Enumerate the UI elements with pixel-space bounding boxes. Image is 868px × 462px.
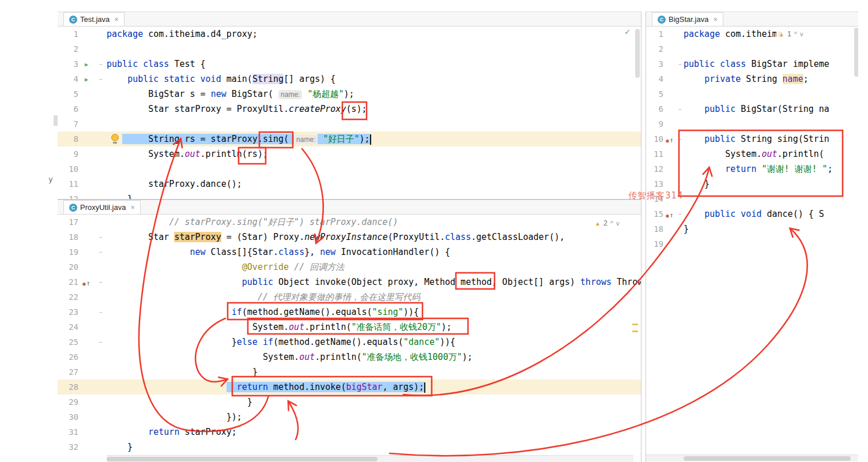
code-token: .println(rs); [201, 149, 268, 159]
code-token [107, 397, 247, 407]
inspections-widget[interactable]: ▲ 2 ^ v [592, 219, 622, 228]
horizontal-scrollbar[interactable] [107, 455, 633, 462]
code-token [107, 307, 232, 317]
code-line[interactable]: public class Test { [107, 57, 641, 72]
next-problem-icon[interactable]: v [616, 220, 620, 227]
fold-marker-icon[interactable]: − [676, 211, 684, 217]
code-line[interactable]: public Object invoke(Object proxy, Metho… [107, 275, 641, 290]
tab-proxyutil-java[interactable]: C ProxyUtil.java × [63, 200, 141, 214]
code-line[interactable]: if(method.getName().equals("sing")){ [107, 305, 641, 320]
code-line[interactable]: Star starProxy = (Star) Proxy.newProxyIn… [107, 230, 641, 245]
line-number: 12 [646, 164, 663, 174]
watermark-text: 传智播客314 [628, 190, 684, 201]
code-line[interactable]: public BigStar(String na [684, 102, 858, 117]
run-icon[interactable]: ▶ [78, 61, 95, 67]
code-area[interactable]: // starProxy.sing("好日子") starProxy.dance… [107, 215, 641, 462]
close-icon[interactable]: × [114, 15, 119, 24]
code-line[interactable]: public String sing(Strin [684, 132, 858, 147]
code-line[interactable]: String rs = starProxy.sing( name: "好日子")… [107, 132, 641, 147]
prev-problem-icon[interactable]: ^ [794, 31, 797, 37]
fold-marker-icon[interactable]: − [95, 309, 107, 315]
horizontal-scrollbar-thumb[interactable] [684, 456, 851, 461]
code-line[interactable] [684, 236, 858, 251]
code-line[interactable]: } [684, 221, 858, 236]
code-line[interactable] [107, 117, 641, 132]
fold-marker-icon[interactable]: − [676, 106, 684, 112]
code-line[interactable]: private String name; [684, 72, 858, 87]
code-line[interactable]: // starProxy.sing("好日子") starProxy.dance… [107, 215, 641, 230]
code-line[interactable]: System.out.println("准备话筒，收钱20万"); [107, 320, 641, 335]
code-line[interactable]: } [107, 365, 641, 380]
overridden-method-icon[interactable]: ●↑ [78, 277, 95, 288]
code-area[interactable]: package com.itheimapublic class BigStar … [684, 27, 858, 462]
horizontal-scrollbar[interactable] [646, 455, 858, 461]
error-stripe-mark[interactable] [632, 324, 638, 325]
code-line[interactable] [684, 42, 858, 57]
code-line[interactable]: System.out.println(rs); [107, 147, 641, 161]
code-line[interactable]: return "谢谢! 谢谢! "; [684, 161, 858, 176]
inspections-widget[interactable]: ▲ 1 ^ v [776, 29, 806, 39]
code-line[interactable]: Star starProxy = ProxyUtil.createProxy(s… [107, 102, 641, 117]
fold-marker-icon[interactable]: − [95, 234, 107, 241]
code-line[interactable]: } [107, 395, 641, 410]
code-line[interactable] [107, 161, 641, 176]
code-line[interactable]: public class BigStar impleme [684, 57, 858, 72]
code-line[interactable]: package com.itheima [684, 27, 858, 42]
text-caret [424, 382, 425, 393]
tab-bigstar-java[interactable]: C BigStar.java × [652, 12, 723, 26]
error-stripe-mark[interactable] [632, 330, 638, 332]
editor-area: 123▶−4▶−56789101112 package com.itheima.… [58, 27, 641, 199]
fold-marker-icon[interactable]: − [95, 61, 107, 67]
code-line[interactable]: }); [107, 410, 641, 425]
fold-marker-icon[interactable]: − [95, 76, 107, 82]
fold-marker-icon[interactable]: − [676, 61, 684, 67]
up-arrow-icon: ↑ [86, 279, 90, 287]
intention-bulb-icon[interactable] [111, 134, 119, 144]
fold-marker-icon[interactable]: − [95, 339, 107, 345]
code-line[interactable]: System.out.println( [684, 147, 858, 161]
code-line[interactable] [684, 191, 858, 206]
gutter-row: 26 [58, 350, 107, 365]
code-line[interactable]: new Class[]{Star.class}, new InvocationH… [107, 245, 641, 260]
inspection-check-icon[interactable]: ✓ [625, 27, 630, 37]
vertical-scrollbar-thumb[interactable] [635, 29, 640, 78]
code-line[interactable] [107, 42, 641, 57]
code-line[interactable]: BigStar s = new BigStar( name: "杨超越"); [107, 87, 641, 102]
code-token: bigStar [346, 382, 382, 392]
code-line[interactable]: return method.invoke(bigStar, args); [107, 380, 641, 395]
fold-marker-icon[interactable]: − [95, 279, 107, 286]
overridden-method-icon[interactable]: ●↑ [663, 209, 676, 220]
code-line[interactable]: } [684, 176, 858, 191]
close-icon[interactable]: × [130, 203, 135, 212]
next-problem-icon[interactable]: v [800, 31, 803, 37]
overridden-method-icon[interactable]: ●↑ [663, 134, 676, 145]
code-line[interactable]: starProxy.dance(); [107, 176, 641, 191]
code-line[interactable]: // 代理对象要做的事情，会在这里写代码 [107, 290, 641, 305]
line-number: 15 [646, 209, 663, 219]
run-icon[interactable]: ▶ [78, 76, 95, 82]
code-line[interactable]: public void dance() { S [684, 206, 858, 221]
close-icon[interactable]: × [713, 15, 718, 24]
code-line[interactable]: public static void main(String[] args) { [107, 72, 641, 87]
horizontal-scrollbar-thumb[interactable] [107, 457, 378, 461]
code-line[interactable]: }else if(method.getName().equals("dance"… [107, 335, 641, 350]
code-line[interactable] [684, 87, 858, 102]
code-line[interactable]: System.out.println("准备场地，收钱1000万"); [107, 350, 641, 365]
code-line[interactable]: } [107, 440, 641, 455]
code-line[interactable]: return starProxy; [107, 425, 641, 440]
code-line[interactable]: } [107, 191, 641, 199]
code-token: String rs = starProxy.sing( [122, 134, 294, 144]
code-area[interactable]: package com.itheima.d4_proxy;public clas… [107, 27, 641, 199]
vertical-scrollbar-thumb[interactable] [854, 28, 858, 77]
fold-marker-icon[interactable]: − [676, 136, 684, 142]
code-line[interactable]: package com.itheima.d4_proxy; [107, 27, 641, 42]
tab-test-java[interactable]: C Test.java × [63, 12, 124, 26]
code-token: ; [828, 164, 833, 174]
code-line[interactable]: @Override // 回调方法 [107, 260, 641, 275]
code-token: Object invoke(Object proxy, Method metho… [273, 277, 580, 287]
prev-problem-icon[interactable]: ^ [610, 220, 613, 227]
code-token: "准备场地，收钱1000万" [362, 352, 462, 362]
code-line[interactable] [684, 117, 858, 132]
fold-marker-icon[interactable]: − [95, 249, 107, 256]
code-token: )){ [403, 307, 419, 317]
